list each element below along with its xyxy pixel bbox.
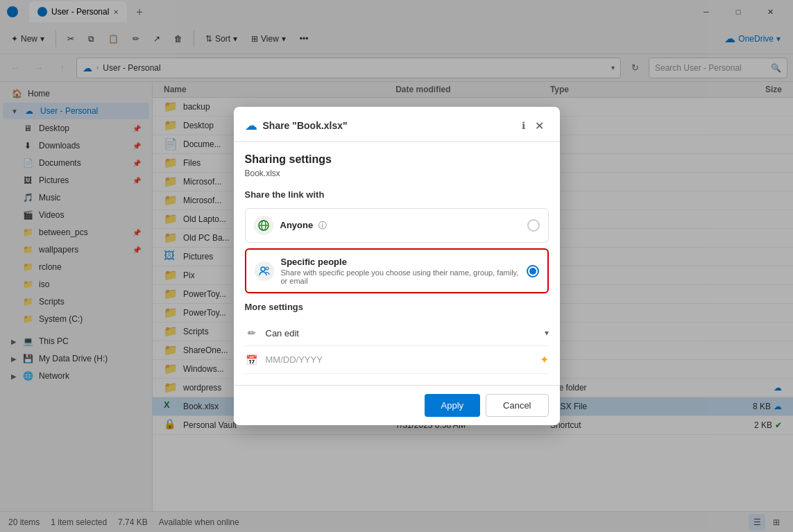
specific-people-content: Specific people Share with specific peop… [281,257,520,285]
modal-close-button[interactable]: ✕ [531,117,549,135]
specific-people-option[interactable]: Specific people Share with specific peop… [245,248,549,293]
calendar-icon: 📅 [245,354,259,366]
modal-subtitle: Sharing settings [245,153,549,166]
more-settings: More settings ✏ Can edit ▾ 📅 MM/DD/YYYY … [245,302,549,374]
apply-button[interactable]: Apply [425,394,481,417]
modal-overlay: ☁ Share "Book.xlsx" ℹ ✕ Sharing settings… [0,0,793,532]
pencil-icon: ✏ [245,327,259,338]
modal-info-icon[interactable]: ℹ [522,120,525,131]
cancel-button[interactable]: Cancel [486,394,548,417]
specific-people-icon [255,261,274,281]
svg-point-4 [266,267,268,270]
anyone-info-icon: ⓘ [318,221,327,230]
anyone-option-content: Anyone ⓘ [280,220,520,232]
date-row[interactable]: 📅 MM/DD/YYYY ✦ [245,346,549,374]
can-edit-label: Can edit [266,328,538,338]
anyone-globe-icon [254,216,273,235]
anyone-radio[interactable] [527,219,540,232]
can-edit-chevron-icon: ▾ [545,328,549,338]
date-placeholder: MM/DD/YYYY [266,354,533,365]
modal-footer: Apply Cancel [234,385,560,425]
add-date-icon[interactable]: ✦ [540,353,549,366]
modal-title: Share "Book.xlsx" [263,120,522,131]
anyone-label: Anyone ⓘ [280,220,520,232]
specific-people-label: Specific people [281,257,520,267]
specific-people-radio[interactable] [527,265,539,277]
modal-body: Sharing settings Book.xlsx Share the lin… [234,142,560,385]
more-settings-title: More settings [245,302,549,312]
modal-section-title: Share the link with [245,189,549,200]
can-edit-row[interactable]: ✏ Can edit ▾ [245,320,549,346]
modal-onedrive-icon: ☁ [245,118,257,133]
svg-point-3 [261,267,265,271]
anyone-option[interactable]: Anyone ⓘ [245,208,549,243]
share-dialog: ☁ Share "Book.xlsx" ℹ ✕ Sharing settings… [234,107,560,425]
modal-header: ☁ Share "Book.xlsx" ℹ ✕ [234,107,560,142]
specific-people-desc: Share with specific people you choose us… [281,268,520,285]
modal-filename: Book.xlsx [245,169,549,178]
